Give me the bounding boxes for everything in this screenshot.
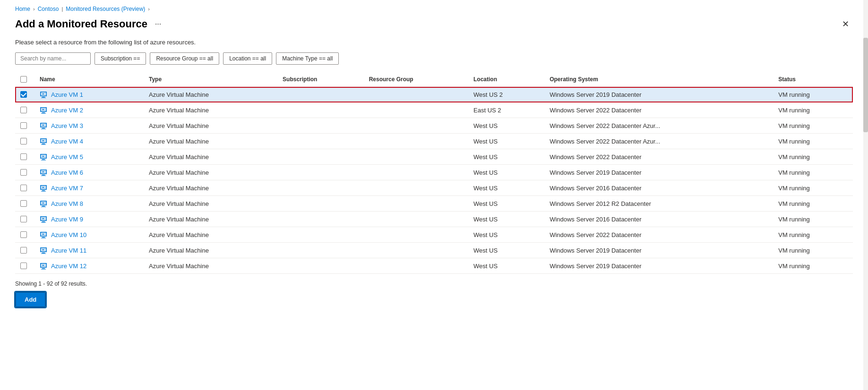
row-type-cell: Azure Virtual Machine	[143, 180, 277, 196]
table-row[interactable]: Azure VM 10Azure Virtual MachineWest USW…	[15, 227, 853, 243]
table-row[interactable]: Azure VM 12Azure Virtual MachineWest USW…	[15, 258, 853, 274]
page-container: Home › Contoso | Monitored Resources (Pr…	[0, 0, 868, 390]
row-name-cell: Azure VM 12	[34, 258, 143, 274]
row-checkbox-cell	[15, 118, 34, 134]
row-checkbox[interactable]	[20, 216, 27, 222]
row-type-cell: Azure Virtual Machine	[143, 118, 277, 134]
row-location-cell: West US	[468, 196, 544, 212]
vm-name-link[interactable]: Azure VM 7	[51, 185, 83, 192]
svg-rect-21	[42, 159, 45, 160]
table-row[interactable]: Azure VM 9Azure Virtual MachineWest USWi…	[15, 212, 853, 227]
vm-name-link[interactable]: Azure VM 8	[51, 200, 83, 207]
row-checkbox[interactable]	[20, 91, 27, 98]
row-resource-group-cell	[363, 102, 468, 118]
row-type-cell: Azure Virtual Machine	[143, 149, 277, 165]
row-status-cell: VM running	[773, 243, 853, 258]
row-name-cell: Azure VM 3	[34, 118, 143, 134]
svg-rect-41	[42, 221, 45, 222]
row-checkbox[interactable]	[20, 169, 27, 176]
column-header-subscription[interactable]: Subscription	[277, 72, 363, 87]
row-type-cell: Azure Virtual Machine	[143, 196, 277, 212]
vm-name-link[interactable]: Azure VM 6	[51, 169, 83, 176]
breadcrumb-home[interactable]: Home	[15, 6, 30, 12]
search-input[interactable]	[15, 52, 91, 65]
vm-name-link[interactable]: Azure VM 3	[51, 122, 83, 129]
row-subscription-cell	[277, 212, 363, 227]
table-row[interactable]: Azure VM 8Azure Virtual MachineWest USWi…	[15, 196, 853, 212]
row-location-cell: West US	[468, 227, 544, 243]
row-checkbox-cell	[15, 196, 34, 212]
table-header-row: Name Type Subscription Resource Group Lo…	[15, 72, 853, 87]
column-header-type[interactable]: Type	[143, 72, 277, 87]
breadcrumb-monitored[interactable]: Monitored Resources (Preview)	[66, 6, 145, 12]
table-row[interactable]: Azure VM 3Azure Virtual MachineWest USWi…	[15, 118, 853, 134]
vm-name-link[interactable]: Azure VM 1	[51, 91, 83, 98]
row-checkbox[interactable]	[20, 153, 27, 160]
row-checkbox[interactable]	[20, 185, 27, 191]
row-resource-group-cell	[363, 149, 468, 165]
row-type-cell: Azure Virtual Machine	[143, 243, 277, 258]
row-checkbox[interactable]	[20, 122, 27, 129]
svg-rect-16	[42, 144, 45, 144]
machine-type-filter[interactable]: Machine Type == all	[276, 52, 339, 65]
row-status-cell: VM running	[773, 258, 853, 274]
row-checkbox[interactable]	[20, 107, 27, 113]
select-all-checkbox[interactable]	[20, 76, 27, 83]
column-header-status[interactable]: Status	[773, 72, 853, 87]
row-name-cell: Azure VM 5	[34, 149, 143, 165]
table-row[interactable]: Azure VM 7Azure Virtual MachineWest USWi…	[15, 180, 853, 196]
vm-name-link[interactable]: Azure VM 4	[51, 138, 83, 145]
column-header-resource-group[interactable]: Resource Group	[363, 72, 468, 87]
table-row[interactable]: Azure VM 4Azure Virtual MachineWest USWi…	[15, 134, 853, 149]
row-name-cell: Azure VM 9	[34, 212, 143, 227]
vm-name-link[interactable]: Azure VM 11	[51, 247, 86, 254]
row-os-cell: Windows Server 2019 Datacenter	[544, 87, 773, 102]
scrollbar-track[interactable]	[863, 0, 868, 390]
row-checkbox[interactable]	[20, 138, 27, 144]
more-options-button[interactable]: ···	[152, 19, 164, 29]
row-location-cell: West US	[468, 258, 544, 274]
table-row[interactable]: Azure VM 1Azure Virtual MachineWest US 2…	[15, 87, 853, 102]
row-checkbox-cell	[15, 243, 34, 258]
column-header-location[interactable]: Location	[468, 72, 544, 87]
scrollbar-thumb[interactable]	[863, 38, 868, 132]
row-type-cell: Azure Virtual Machine	[143, 102, 277, 118]
vm-name-link[interactable]: Azure VM 9	[51, 216, 83, 223]
row-checkbox-cell	[15, 212, 34, 227]
row-os-cell: Windows Server 2022 Datacenter Azur...	[544, 134, 773, 149]
vm-icon	[40, 91, 47, 98]
table-row[interactable]: Azure VM 2Azure Virtual MachineEast US 2…	[15, 102, 853, 118]
svg-rect-46	[42, 237, 45, 238]
vm-icon	[40, 169, 47, 176]
row-location-cell: West US	[468, 243, 544, 258]
row-checkbox[interactable]	[20, 263, 27, 269]
vm-name-link[interactable]: Azure VM 12	[51, 263, 86, 270]
row-resource-group-cell	[363, 196, 468, 212]
row-subscription-cell	[277, 227, 363, 243]
breadcrumb-sep-1: ›	[33, 6, 35, 12]
column-header-name[interactable]: Name	[34, 72, 143, 87]
svg-rect-36	[42, 206, 45, 207]
subscription-filter[interactable]: Subscription ==	[95, 52, 146, 65]
row-location-cell: West US	[468, 134, 544, 149]
location-filter[interactable]: Location == all	[223, 52, 272, 65]
row-status-cell: VM running	[773, 149, 853, 165]
row-checkbox[interactable]	[20, 200, 27, 207]
row-status-cell: VM running	[773, 180, 853, 196]
breadcrumb-contoso[interactable]: Contoso	[38, 6, 59, 12]
vm-name-link[interactable]: Azure VM 5	[51, 153, 83, 161]
row-subscription-cell	[277, 258, 363, 274]
vm-name-link[interactable]: Azure VM 2	[51, 107, 83, 114]
row-resource-group-cell	[363, 87, 468, 102]
row-resource-group-cell	[363, 165, 468, 180]
vm-name-link[interactable]: Azure VM 10	[51, 231, 86, 238]
row-checkbox[interactable]	[20, 231, 27, 238]
column-header-os[interactable]: Operating System	[544, 72, 773, 87]
close-button[interactable]: ✕	[838, 17, 853, 31]
table-row[interactable]: Azure VM 11Azure Virtual MachineWest USW…	[15, 243, 853, 258]
resource-group-filter[interactable]: Resource Group == all	[150, 52, 219, 65]
table-row[interactable]: Azure VM 6Azure Virtual MachineWest USWi…	[15, 165, 853, 180]
table-row[interactable]: Azure VM 5Azure Virtual MachineWest USWi…	[15, 149, 853, 165]
row-checkbox[interactable]	[20, 247, 27, 254]
add-button[interactable]: Add	[15, 292, 46, 307]
